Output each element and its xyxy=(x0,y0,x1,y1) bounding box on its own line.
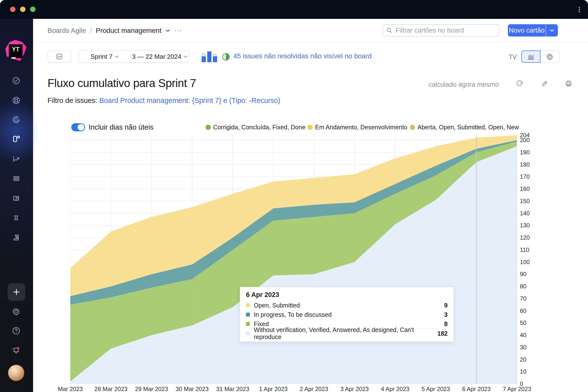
date-range-label: 3 — 22 Mar 2024 xyxy=(132,53,181,60)
tooltip-swatch xyxy=(246,332,250,336)
cumulative-flow-chart[interactable] xyxy=(70,135,517,384)
circle-check-icon xyxy=(12,76,20,85)
chevron-down-icon xyxy=(115,56,118,58)
sidebar-item-gantt[interactable] xyxy=(11,232,21,242)
board-more-menu[interactable]: ⋯ xyxy=(174,26,182,35)
y-tick: 90 xyxy=(520,271,526,278)
legend-label: Em Andamento, Desenvolvimento xyxy=(315,124,408,131)
sidebar-item-knowledge-base[interactable] xyxy=(11,193,21,203)
sidebar-settings[interactable] xyxy=(11,306,21,316)
sidebar-active-glow xyxy=(0,100,39,164)
tooltip-row: Without verification, Verified, Answered… xyxy=(246,328,448,338)
new-card-dropdown[interactable] xyxy=(546,24,558,36)
filter-query-link[interactable]: Board Product management: {Sprint 7} e (… xyxy=(99,96,280,104)
zoom-window-icon[interactable] xyxy=(30,6,36,12)
sidebar-item-reports[interactable] xyxy=(11,154,21,164)
sprint-label: Sprint 7 xyxy=(91,53,113,60)
sidebar-help[interactable] xyxy=(11,326,21,336)
breadcrumb-root[interactable]: Boards Agile xyxy=(48,27,86,34)
legend-item: Corrigida, Concluída, Fixed, Done xyxy=(206,124,306,131)
y-tick: 110 xyxy=(520,246,529,253)
bar-chart-icon xyxy=(202,51,218,62)
youtrack-window: YT xyxy=(0,0,588,392)
close-window-icon[interactable] xyxy=(10,6,16,12)
y-tick: 204 xyxy=(520,132,530,139)
chart-view-toggle[interactable] xyxy=(521,50,540,63)
y-tick: 190 xyxy=(520,149,530,156)
chevron-down-icon xyxy=(184,56,188,58)
sidebar-expand[interactable] xyxy=(11,390,21,392)
create-button[interactable] xyxy=(8,283,25,301)
legend-label: Corrigida, Concluída, Fixed, Done xyxy=(213,124,306,131)
breadcrumb-current[interactable]: Product management xyxy=(96,27,162,34)
issue-filter-line: Filtro de issues: Board Product manageme… xyxy=(48,96,280,104)
filter-prefix: Filtro de issues: xyxy=(48,96,97,104)
sidebar-item-projects[interactable] xyxy=(11,174,21,183)
spiral-icon xyxy=(12,115,20,124)
window-titlebar xyxy=(0,0,588,19)
logo-underscore xyxy=(11,57,16,58)
y-tick: 140 xyxy=(520,210,530,217)
y-tick: 50 xyxy=(520,320,526,326)
y-tick: 160 xyxy=(520,186,530,192)
y-tick: 40 xyxy=(520,332,526,338)
bell-icon xyxy=(11,346,21,356)
legend-item: Aberta, Open, Submitted, Open, New xyxy=(410,124,519,131)
tooltip-swatch xyxy=(246,312,250,316)
y-tick: 80 xyxy=(520,283,526,290)
refresh-icon xyxy=(516,80,524,88)
board-icon xyxy=(12,134,20,143)
gear-icon xyxy=(12,307,21,316)
chart-tooltip: 6 Apr 2023 Open, Submitted9In progress, … xyxy=(240,287,454,342)
sidebar-item-agile-boards[interactable] xyxy=(11,134,21,144)
include-nonworking-days-toggle[interactable] xyxy=(71,123,85,131)
sidebar-item-timesheets[interactable] xyxy=(11,213,21,223)
new-card-split-button: Novo cartão xyxy=(508,24,558,36)
tooltip-row: Open, Submitted9 xyxy=(246,300,448,310)
legend-label: Aberta, Open, Submitted, Open, New xyxy=(418,124,519,131)
breadcrumb: Boards Agile / Product management ⋯ xyxy=(48,24,182,37)
y-tick: 120 xyxy=(520,234,530,241)
y-tick: 30 xyxy=(520,344,526,351)
header-divider xyxy=(33,42,588,42)
sidebar-notifications[interactable] xyxy=(11,346,21,356)
minimize-window-icon[interactable] xyxy=(20,6,26,12)
refresh-report-button[interactable] xyxy=(515,79,524,88)
tray-icon xyxy=(55,52,64,61)
sidebar-item-helpdesk[interactable] xyxy=(11,115,21,124)
search-input[interactable] xyxy=(395,26,496,34)
new-card-button[interactable]: Novo cartão xyxy=(508,24,546,36)
tooltip-swatch xyxy=(246,303,250,307)
unresolved-issues-link[interactable]: 45 issues não resolvidas não visível no … xyxy=(233,52,372,60)
legend-item: Em Andamento, Desenvolvimento xyxy=(308,124,408,131)
book-icon xyxy=(12,194,20,202)
sidebar-item-issues[interactable] xyxy=(11,76,21,86)
tooltip-row: In progress, To be discussed3 xyxy=(246,310,448,319)
date-range-selector[interactable]: 3 — 22 Mar 2024 xyxy=(131,53,189,60)
breadcrumb-separator: / xyxy=(90,27,92,34)
backlog-button[interactable] xyxy=(48,50,71,63)
chevron-down-icon[interactable] xyxy=(166,29,170,32)
sprint-selector[interactable]: Sprint 7 xyxy=(79,53,131,60)
tv-mode-label[interactable]: TV xyxy=(508,53,517,61)
board-search[interactable] xyxy=(382,24,500,36)
window-kebab-menu-icon[interactable] xyxy=(579,6,580,13)
chart-settings-button[interactable] xyxy=(540,50,560,63)
youtrack-logo[interactable]: YT xyxy=(6,40,26,61)
gear-icon xyxy=(546,52,554,61)
y-tick: 170 xyxy=(520,173,530,180)
view-switcher xyxy=(521,50,560,63)
sidebar-item-dashboards[interactable] xyxy=(11,96,21,105)
double-chevron-right-icon xyxy=(12,391,20,392)
calculated-status: calculado agora mesmo xyxy=(368,81,499,88)
print-report-button[interactable] xyxy=(564,79,573,88)
grid-icon xyxy=(12,174,20,183)
x-tick: 7 Apr 2023 xyxy=(492,386,542,392)
chevron-down-icon xyxy=(550,29,554,32)
hourglass-icon xyxy=(12,214,20,222)
plus-icon xyxy=(12,288,20,296)
tooltip-date: 6 Apr 2023 xyxy=(246,291,448,299)
histogram-icon xyxy=(527,52,535,61)
edit-report-button[interactable] xyxy=(540,79,549,88)
avatar[interactable] xyxy=(8,365,24,381)
